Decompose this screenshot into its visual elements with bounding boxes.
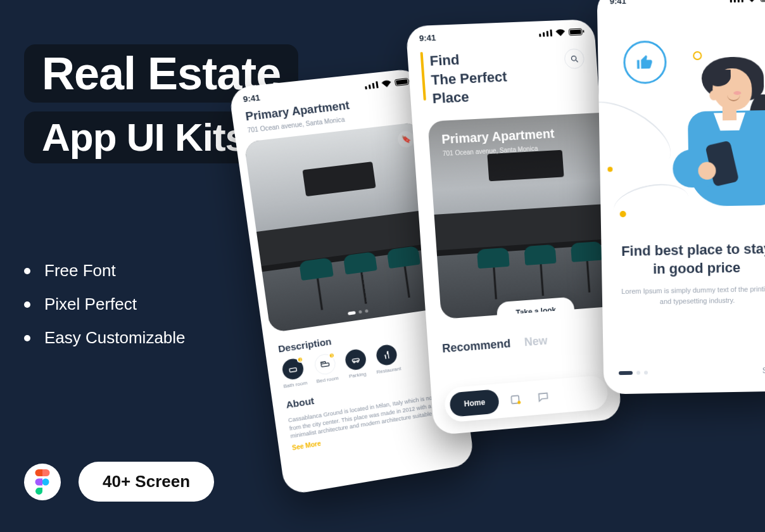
property-card[interactable]: Primary Apartment 701 Ocean avenue, Sant… <box>427 112 621 319</box>
chip-bathroom[interactable]: 2Bath room <box>280 357 308 390</box>
wifi-icon <box>381 80 391 87</box>
phone-home: 9:41 Find The Perfect Place Primary Apar… <box>405 19 621 436</box>
phone-onboarding: 9:41 Find best place to stay in good pri… <box>597 0 765 395</box>
see-more-link[interactable]: See More <box>291 440 321 451</box>
feature-item: Easy Customizable <box>24 328 298 348</box>
page-dots[interactable] <box>619 370 648 375</box>
status-icons <box>539 28 583 37</box>
status-time: 9:41 <box>419 33 436 43</box>
battery-icon <box>761 0 765 2</box>
nav-home[interactable]: Home <box>449 389 500 417</box>
bottom-nav: Home <box>444 375 609 423</box>
svg-rect-2 <box>321 363 329 367</box>
screen-count-badge: 40+ Screen <box>79 462 214 502</box>
title-pill-2: App UI Kits <box>24 111 264 163</box>
tab-new[interactable]: New <box>524 334 548 350</box>
onboarding-heading: Find best place to stay in good price <box>601 239 765 279</box>
card-address: 701 Ocean avenue, Santa Monica <box>443 145 538 157</box>
svg-point-4 <box>353 361 355 363</box>
card-title: Primary Apartment <box>441 124 605 147</box>
battery-icon <box>569 28 583 36</box>
onboarding-text: Lorem Ipsum is simply dummy text of the … <box>602 276 765 315</box>
wifi-icon <box>555 29 565 36</box>
status-time: 9:41 <box>243 92 261 104</box>
nav-map-icon[interactable] <box>505 388 528 411</box>
skip-button[interactable]: Skip <box>762 365 765 375</box>
figma-icon <box>24 464 61 500</box>
search-icon <box>569 54 579 63</box>
phone-stage: 9:41 Primary Apartment 701 Ocean avenue,… <box>258 0 765 532</box>
signal-icon <box>730 0 743 3</box>
tab-recommend[interactable]: Recommend <box>442 337 511 356</box>
svg-point-6 <box>571 56 576 61</box>
title-2: App UI Kits <box>42 118 246 157</box>
status-icons <box>730 0 765 3</box>
chip-parking[interactable]: Parking <box>344 348 368 379</box>
signal-icon <box>539 30 552 37</box>
nav-chat-icon[interactable] <box>532 386 555 409</box>
status-icons <box>364 78 409 89</box>
onboarding-illustration <box>597 5 765 243</box>
status-time: 9:41 <box>610 0 626 6</box>
chip-restaurant[interactable]: Restaurant <box>373 343 401 375</box>
svg-point-0 <box>42 478 49 485</box>
svg-point-5 <box>357 360 358 362</box>
accent-bar <box>420 52 426 101</box>
wifi-icon <box>747 0 757 3</box>
battery-icon <box>395 78 409 86</box>
home-heading: Find The Perfect Place <box>429 49 509 109</box>
chip-bedroom[interactable]: 3Bed room <box>313 353 339 384</box>
svg-point-8 <box>517 401 521 404</box>
svg-rect-1 <box>289 368 297 372</box>
signal-icon <box>364 81 378 89</box>
person-illustration <box>652 50 765 243</box>
footer: 40+ Screen <box>24 462 214 502</box>
